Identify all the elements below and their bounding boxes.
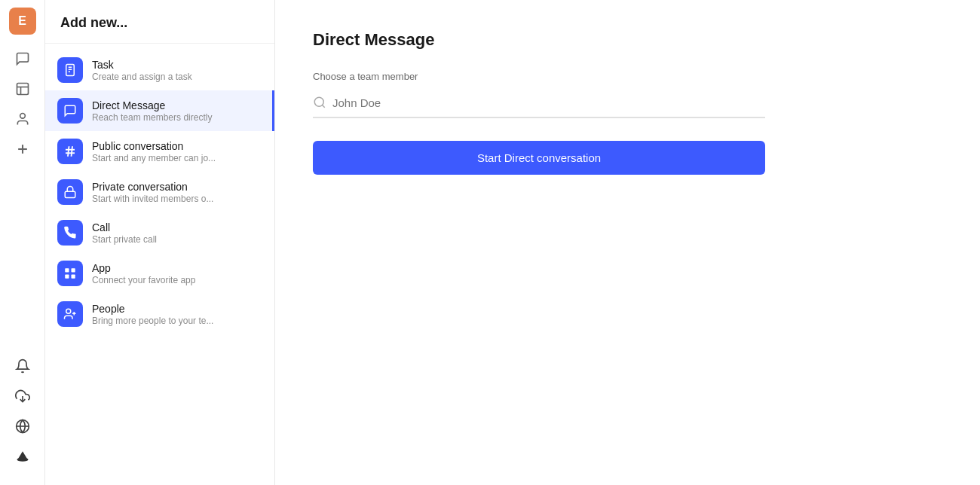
add-icon[interactable] bbox=[9, 136, 36, 163]
search-wrapper bbox=[313, 88, 765, 118]
notification-icon[interactable] bbox=[9, 352, 36, 380]
svg-rect-18 bbox=[65, 191, 75, 197]
menu-list: Task Create and assign a task Direct Mes… bbox=[45, 44, 274, 485]
hat-icon[interactable] bbox=[9, 443, 36, 470]
start-direct-conversation-button[interactable]: Start Direct conversation bbox=[313, 141, 765, 175]
person-add-icon bbox=[57, 301, 83, 327]
task-subtitle: Create and assign a task bbox=[92, 72, 192, 82]
task-text: Task Create and assign a task bbox=[92, 59, 192, 82]
people-text: People Bring more people to your te... bbox=[92, 303, 213, 326]
svg-point-23 bbox=[66, 309, 71, 313]
svg-rect-19 bbox=[65, 268, 69, 272]
lock-icon bbox=[57, 179, 83, 205]
call-text: Call Start private call bbox=[92, 221, 157, 245]
svg-rect-0 bbox=[17, 84, 28, 95]
grid-icon bbox=[57, 261, 83, 286]
svg-rect-21 bbox=[65, 275, 69, 279]
svg-line-27 bbox=[322, 105, 324, 107]
private-conversation-title: Private conversation bbox=[92, 181, 213, 193]
svg-point-26 bbox=[314, 97, 323, 106]
menu-item-task[interactable]: Task Create and assign a task bbox=[45, 50, 274, 90]
svg-rect-20 bbox=[72, 268, 75, 272]
svg-point-3 bbox=[20, 114, 25, 119]
svg-line-17 bbox=[72, 146, 73, 157]
people-subtitle: Bring more people to your te... bbox=[92, 316, 213, 326]
main-content: Direct Message Choose a team member Star… bbox=[275, 0, 980, 485]
private-conversation-text: Private conversation Start with invited … bbox=[92, 181, 213, 204]
form-section: Choose a team member Start Direct conver… bbox=[313, 71, 765, 175]
svg-line-16 bbox=[68, 146, 69, 157]
dm-title: Direct Message bbox=[92, 99, 212, 111]
icon-bar-top: E bbox=[9, 8, 36, 352]
task-icon bbox=[57, 57, 83, 83]
people-title: People bbox=[92, 303, 213, 315]
icon-bar-bottom bbox=[9, 352, 36, 477]
search-icon bbox=[313, 96, 326, 109]
task-title: Task bbox=[92, 59, 192, 71]
chat-icon[interactable] bbox=[9, 45, 36, 72]
app-subtitle: Connect your favorite app bbox=[92, 275, 195, 285]
avatar[interactable]: E bbox=[9, 8, 36, 35]
private-conversation-subtitle: Start with invited members o... bbox=[92, 194, 213, 204]
public-conversation-title: Public conversation bbox=[92, 140, 216, 152]
panel-header: Add new... bbox=[45, 0, 274, 44]
notebook-icon[interactable] bbox=[9, 75, 36, 102]
menu-item-public-conversation[interactable]: Public conversation Start and any member… bbox=[45, 131, 274, 172]
menu-item-direct-message[interactable]: Direct Message Reach team members direct… bbox=[45, 90, 274, 131]
menu-item-private-conversation[interactable]: Private conversation Start with invited … bbox=[45, 172, 274, 212]
public-conversation-text: Public conversation Start and any member… bbox=[92, 140, 216, 163]
dm-icon bbox=[57, 98, 83, 124]
search-input[interactable] bbox=[332, 96, 765, 109]
globe-icon[interactable] bbox=[9, 413, 36, 440]
contact-icon[interactable] bbox=[9, 105, 36, 133]
dm-subtitle: Reach team members directly bbox=[92, 112, 212, 123]
icon-bar: E bbox=[0, 0, 45, 485]
call-subtitle: Start private call bbox=[92, 234, 157, 245]
page-title: Direct Message bbox=[313, 30, 942, 50]
dm-text: Direct Message Reach team members direct… bbox=[92, 99, 212, 123]
menu-item-call[interactable]: Call Start private call bbox=[45, 212, 274, 253]
form-label: Choose a team member bbox=[313, 71, 765, 82]
svg-rect-22 bbox=[72, 275, 75, 279]
call-title: Call bbox=[92, 221, 157, 233]
cloud-download-icon[interactable] bbox=[9, 383, 36, 410]
app-text: App Connect your favorite app bbox=[92, 262, 195, 285]
left-panel: Add new... Task Create and assign a task bbox=[45, 0, 275, 485]
menu-item-app[interactable]: App Connect your favorite app bbox=[45, 253, 274, 294]
hash-icon bbox=[57, 139, 83, 164]
app-title: App bbox=[92, 262, 195, 274]
public-conversation-subtitle: Start and any member can jo... bbox=[92, 153, 216, 163]
menu-item-people[interactable]: People Bring more people to your te... bbox=[45, 294, 274, 334]
phone-icon bbox=[57, 220, 83, 246]
